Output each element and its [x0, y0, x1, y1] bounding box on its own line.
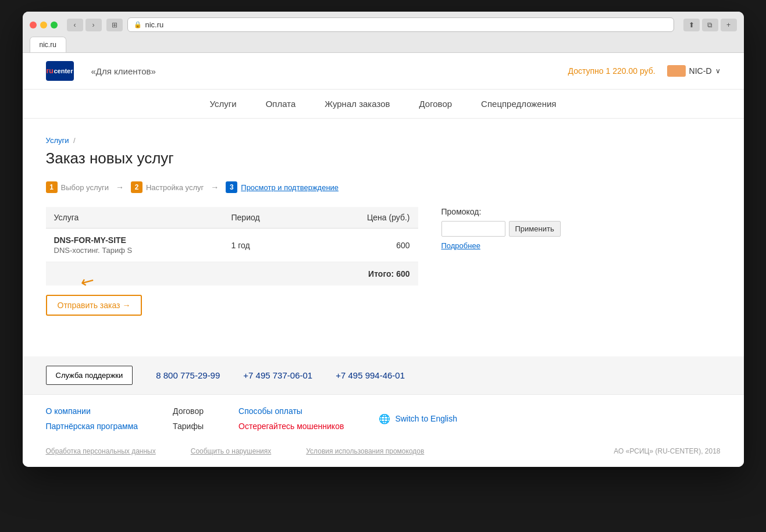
traffic-lights [30, 22, 58, 28]
footer-col-3: Способы оплаты Остерегайтесь мошенников [238, 406, 344, 431]
step-arrow-2: → [211, 183, 219, 192]
order-area: Услуга Период Цена (руб.) DNS-FOR-MY-SIT… [46, 207, 569, 316]
chevron-down-icon: ∨ [715, 67, 721, 75]
step-3-label[interactable]: Просмотр и подтверждение [241, 183, 339, 192]
footer: О компании Партнёрская программа Договор… [23, 394, 744, 467]
main-nav: Услуги Оплата Журнал заказов Договор Спе… [23, 90, 744, 119]
step-2: 2 Настройка услуг [131, 181, 204, 193]
phone-1: 8 800 775-29-99 [156, 370, 220, 380]
content-area: Услуги / Заказ новых услуг 1 Выбор услуг… [23, 119, 593, 333]
service-name: DNS-FOR-MY-SITE [54, 235, 215, 245]
promo-label: Промокод: [441, 207, 569, 216]
nav-services[interactable]: Услуги [210, 99, 237, 109]
url-text: nic.ru [145, 20, 164, 29]
step-1: 1 Выбор услуги [46, 181, 109, 193]
support-bar: Служба поддержки 8 800 775-29-99 +7 495 … [23, 356, 744, 394]
total-empty-1 [46, 262, 223, 286]
col-header-price: Цена (руб.) [307, 207, 418, 228]
promo-box: Промокод: Применить Подробнее [441, 207, 569, 250]
user-avatar [667, 65, 686, 77]
tab-view-button[interactable]: ⊞ [106, 19, 123, 31]
promo-apply-button[interactable]: Применить [509, 221, 561, 237]
browser-chrome: ‹ › ⊞ 🔒 nic.ru ⬆ ⧉ + nic.ru [23, 12, 744, 53]
browser-window: ‹ › ⊞ 🔒 nic.ru ⬆ ⧉ + nic.ru [23, 12, 744, 467]
page-title: Заказ новых услуг [46, 149, 569, 167]
step-arrow-1: → [116, 183, 124, 192]
footer-tariffs[interactable]: Тарифы [173, 422, 204, 431]
user-info[interactable]: NIC-D ∨ [667, 65, 721, 77]
footer-lang-switch[interactable]: 🌐 Switch to English [379, 406, 457, 431]
minimize-traffic-light[interactable] [40, 22, 47, 28]
for-clients-label: «Для клиентов» [91, 66, 156, 76]
footer-col-2: Договор Тарифы [173, 406, 204, 431]
logo-badge: ru center [46, 61, 74, 81]
promo-more-link[interactable]: Подробнее [441, 241, 569, 250]
tab-title: nic.ru [40, 41, 56, 49]
step-2-label: Настройка услуг [146, 183, 204, 192]
phone-3: +7 495 994-46-01 [336, 370, 405, 380]
header-right: Доступно 1 220.00 руб. NIC-D ∨ [568, 65, 721, 77]
close-traffic-light[interactable] [30, 22, 37, 28]
nav-orders[interactable]: Журнал заказов [325, 99, 390, 109]
submit-area: ↙ Отправить заказ → [46, 295, 418, 316]
back-button[interactable]: ‹ [67, 19, 83, 31]
footer-scam-warning[interactable]: Остерегайтесь мошенников [238, 422, 344, 431]
breadcrumb-separator: / [73, 136, 76, 145]
breadcrumb: Услуги / [46, 136, 569, 145]
steps-indicator: 1 Выбор услуги → 2 Настройка услуг → 3 П… [46, 181, 569, 193]
new-tab-button[interactable]: ⧉ [702, 19, 718, 31]
step-3-num: 3 [226, 181, 237, 193]
footer-col-1: О компании Партнёрская программа [46, 406, 138, 431]
price-cell: 600 [307, 228, 418, 262]
support-button[interactable]: Служба поддержки [46, 366, 133, 385]
footer-partner[interactable]: Партнёрская программа [46, 422, 138, 431]
switch-language-label: Switch to English [395, 414, 457, 423]
footer-personal-data[interactable]: Обработка персональных данных [46, 447, 156, 455]
total-empty-2 [223, 262, 308, 286]
total-row: Итого: 600 [46, 262, 418, 286]
step-3[interactable]: 3 Просмотр и подтверждение [226, 181, 339, 193]
footer-promo-terms[interactable]: Условия использования промокодов [306, 447, 424, 455]
user-name: NIC-D [689, 66, 712, 76]
menu-button[interactable]: + [721, 19, 737, 31]
balance-display: Доступно 1 220.00 руб. [568, 66, 655, 76]
footer-payment-methods[interactable]: Способы оплаты [238, 406, 344, 416]
footer-copyright: АО «РСИЦ» (RU-CENTER), 2018 [614, 447, 720, 455]
service-cell: DNS-FOR-MY-SITE DNS-хостинг. Тариф S [46, 228, 223, 262]
footer-report-violation[interactable]: Сообщить о нарушениях [191, 447, 272, 455]
page-content: ru center «Для клиентов» Доступно 1 220.… [23, 53, 744, 467]
nav-contract[interactable]: Договор [419, 99, 452, 109]
col-header-period: Период [223, 207, 308, 228]
lock-icon: 🔒 [134, 21, 142, 28]
order-table: Услуга Период Цена (руб.) DNS-FOR-MY-SIT… [46, 207, 418, 285]
footer-about[interactable]: О компании [46, 406, 138, 416]
nav-payment[interactable]: Оплата [266, 99, 296, 109]
forward-button[interactable]: › [85, 19, 102, 31]
nav-special[interactable]: Спецпредложения [481, 99, 556, 109]
active-tab[interactable]: nic.ru [30, 37, 66, 52]
table-row: DNS-FOR-MY-SITE DNS-хостинг. Тариф S 1 г… [46, 228, 418, 262]
fullscreen-traffic-light[interactable] [51, 22, 58, 28]
globe-icon: 🌐 [379, 413, 390, 424]
top-header: ru center «Для клиентов» Доступно 1 220.… [23, 53, 744, 90]
step-1-label: Выбор услуги [61, 183, 109, 192]
col-header-service: Услуга [46, 207, 223, 228]
phone-2: +7 495 737-06-01 [243, 370, 312, 380]
submit-order-button[interactable]: Отправить заказ → [46, 295, 142, 316]
total-amount: Итого: 600 [307, 262, 418, 286]
logo: ru center [46, 61, 74, 81]
service-desc: DNS-хостинг. Тариф S [54, 246, 215, 255]
order-table-wrap: Услуга Период Цена (руб.) DNS-FOR-MY-SIT… [46, 207, 418, 316]
period-cell: 1 год [223, 228, 308, 262]
promo-input-field[interactable] [441, 221, 505, 237]
footer-contract[interactable]: Договор [173, 406, 204, 416]
footer-links-wrap: О компании Партнёрская программа Договор… [46, 406, 721, 438]
step-2-num: 2 [131, 181, 142, 193]
breadcrumb-parent[interactable]: Услуги [46, 136, 69, 145]
footer-bottom: Обработка персональных данных Сообщить о… [46, 447, 721, 455]
promo-input-row: Применить [441, 221, 569, 237]
step-1-num: 1 [46, 181, 58, 193]
footer-links-row: О компании Партнёрская программа Договор… [46, 406, 457, 431]
address-bar[interactable]: 🔒 nic.ru [127, 17, 674, 32]
share-button[interactable]: ⬆ [683, 19, 700, 31]
